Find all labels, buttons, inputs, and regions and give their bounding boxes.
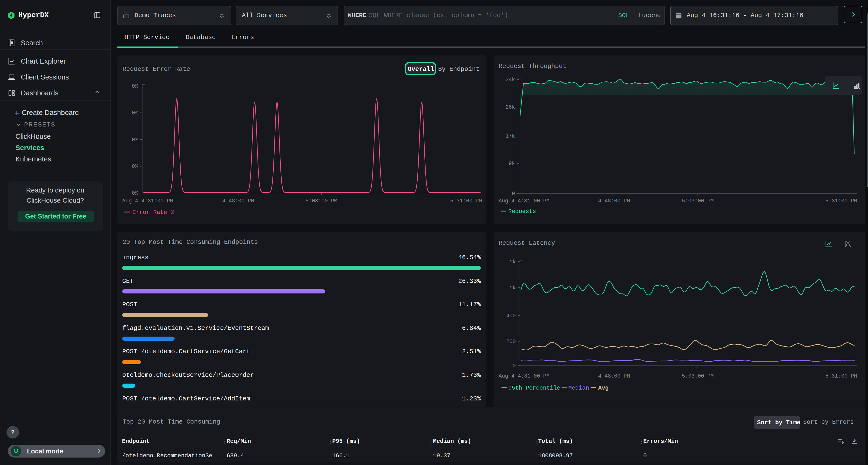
svg-text:17k: 17k	[505, 133, 515, 139]
svg-text:95th Percentile: 95th Percentile	[508, 385, 560, 391]
svg-text:1k: 1k	[509, 285, 516, 291]
svg-text:34k: 34k	[505, 77, 515, 83]
svg-text:4:48:00 PM: 4:48:00 PM	[222, 198, 254, 204]
svg-text:5:03:00 PM: 5:03:00 PM	[682, 373, 714, 379]
svg-text:400: 400	[506, 313, 516, 319]
svg-text:4:48:00 PM: 4:48:00 PM	[598, 198, 630, 204]
svg-text:4:48:00 PM: 4:48:00 PM	[598, 373, 630, 379]
svg-text:5:31:00 PM: 5:31:00 PM	[825, 198, 857, 204]
svg-text:Median: Median	[568, 385, 589, 391]
svg-text:5:31:00 PM: 5:31:00 PM	[450, 198, 482, 204]
svg-text:Error Rate %: Error Rate %	[132, 209, 174, 215]
svg-text:0%: 0%	[132, 110, 138, 116]
svg-text:0: 0	[513, 363, 516, 369]
svg-text:Avg: Avg	[598, 385, 609, 391]
svg-text:0%: 0%	[132, 137, 138, 143]
svg-text:0: 0	[512, 191, 515, 197]
svg-text:Aug 4 4:31:00 PM: Aug 4 4:31:00 PM	[499, 198, 550, 204]
svg-text:1k: 1k	[509, 259, 516, 265]
svg-text:26k: 26k	[505, 104, 515, 110]
svg-text:9k: 9k	[509, 161, 515, 167]
svg-text:Aug 4 4:31:00 PM: Aug 4 4:31:00 PM	[499, 373, 550, 379]
svg-text:Aug 4 4:31:00 PM: Aug 4 4:31:00 PM	[122, 198, 173, 204]
svg-text:5:03:00 PM: 5:03:00 PM	[682, 198, 714, 204]
svg-text:5:31:00 PM: 5:31:00 PM	[825, 373, 857, 379]
svg-text:0%: 0%	[132, 164, 138, 170]
svg-text:5:03:00 PM: 5:03:00 PM	[306, 198, 337, 204]
svg-text:0%: 0%	[132, 84, 138, 89]
svg-text:0%: 0%	[132, 190, 138, 196]
svg-text:200: 200	[506, 338, 516, 344]
svg-text:Requests: Requests	[508, 208, 536, 215]
